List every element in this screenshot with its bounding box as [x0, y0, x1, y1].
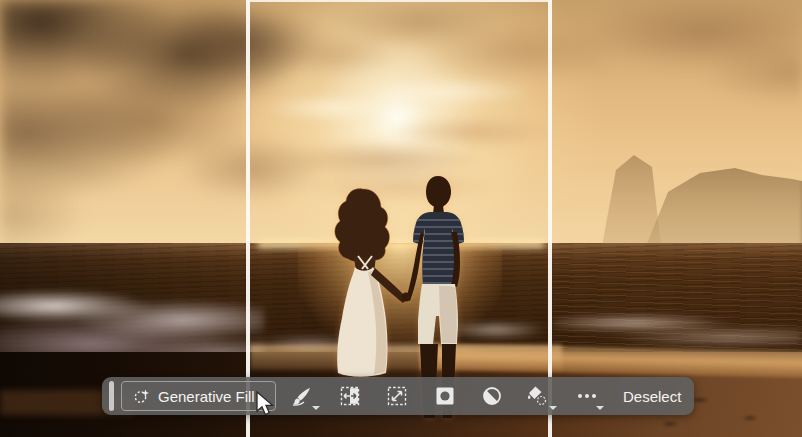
joined-hands: [402, 293, 411, 302]
deselect-button[interactable]: Deselect: [615, 377, 689, 415]
mouse-cursor: [255, 391, 279, 417]
contextual-taskbar: Generative Fill: [102, 377, 694, 415]
selection-guide-top: [250, 0, 548, 2]
adjustment-circle-icon: [482, 386, 502, 406]
paint-bucket-icon: [526, 385, 548, 407]
mask-icon: [435, 386, 455, 406]
selection-sparkle-icon: [133, 388, 150, 405]
shorts-shading: [439, 286, 457, 343]
woman-hair: [335, 189, 390, 263]
haze-overlay: [553, 150, 802, 248]
ellipsis-icon: [576, 385, 598, 407]
transform-selection-icon: [387, 386, 407, 406]
more-options-dropdown-caret[interactable]: [596, 406, 604, 410]
create-adjustment-button[interactable]: [480, 384, 504, 408]
more-options-button[interactable]: [575, 384, 599, 408]
fill-dropdown-caret[interactable]: [549, 406, 557, 410]
man-head: [426, 176, 451, 207]
taskbar-grip-handle[interactable]: [109, 381, 114, 411]
generative-fill-label: Generative Fill: [158, 388, 255, 405]
selection-guide-left: [246, 0, 250, 437]
deselect-label: Deselect: [623, 388, 681, 405]
fill-selection-button[interactable]: [525, 384, 549, 408]
selection-guide-right: [548, 0, 552, 437]
editor-canvas: Generative Fill: [0, 0, 802, 437]
brush-icon: [291, 386, 312, 407]
invert-selection-button[interactable]: [338, 384, 362, 408]
generative-fill-button[interactable]: Generative Fill: [121, 381, 276, 411]
beach-sunset-photo: [0, 0, 802, 437]
selection-brush-button[interactable]: [289, 384, 313, 408]
brush-dropdown-caret[interactable]: [312, 406, 320, 410]
invert-selection-icon: [340, 386, 360, 406]
create-mask-button[interactable]: [433, 384, 457, 408]
transform-selection-button[interactable]: [385, 384, 409, 408]
